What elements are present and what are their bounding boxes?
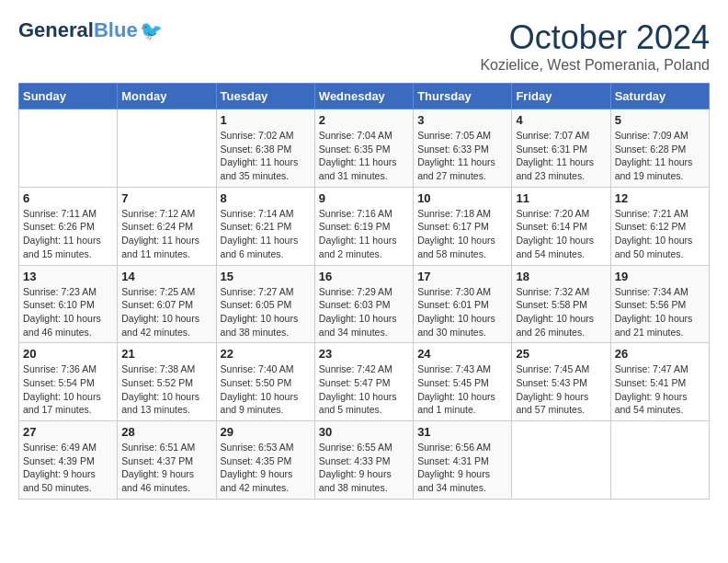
day-number: 6 bbox=[23, 191, 113, 205]
weekday-header-row: SundayMondayTuesdayWednesdayThursdayFrid… bbox=[19, 84, 710, 109]
calendar-week-row: 6Sunrise: 7:11 AMSunset: 6:26 PMDaylight… bbox=[19, 187, 710, 265]
calendar-week-row: 27Sunrise: 6:49 AMSunset: 4:39 PMDayligh… bbox=[19, 421, 710, 500]
day-number: 11 bbox=[516, 191, 606, 205]
day-detail: Sunrise: 7:14 AMSunset: 6:21 PMDaylight:… bbox=[221, 207, 311, 261]
calendar-cell: 4Sunrise: 7:07 AMSunset: 6:31 PMDaylight… bbox=[512, 109, 610, 188]
title-block: October 2024 Kozielice, West Pomerania, … bbox=[480, 18, 710, 74]
day-detail: Sunrise: 7:18 AMSunset: 6:17 PMDaylight:… bbox=[417, 207, 507, 261]
day-number: 21 bbox=[121, 347, 211, 361]
day-detail: Sunrise: 7:34 AMSunset: 5:56 PMDaylight:… bbox=[615, 285, 705, 339]
calendar-cell: 12Sunrise: 7:21 AMSunset: 6:12 PMDayligh… bbox=[610, 187, 709, 265]
day-detail: Sunrise: 7:30 AMSunset: 6:01 PMDaylight:… bbox=[417, 285, 507, 339]
calendar-cell: 18Sunrise: 7:32 AMSunset: 5:58 PMDayligh… bbox=[512, 265, 610, 343]
day-number: 15 bbox=[221, 270, 311, 283]
logo-bird-icon: 🐦 bbox=[140, 19, 163, 41]
day-detail: Sunrise: 7:07 AMSunset: 6:31 PMDaylight:… bbox=[516, 129, 606, 183]
day-number: 5 bbox=[615, 113, 705, 127]
logo: General Blue 🐦 bbox=[18, 18, 163, 42]
calendar-cell: 6Sunrise: 7:11 AMSunset: 6:26 PMDaylight… bbox=[19, 187, 118, 265]
day-number: 17 bbox=[417, 270, 507, 283]
day-number: 8 bbox=[221, 191, 311, 205]
day-detail: Sunrise: 7:45 AMSunset: 5:43 PMDaylight:… bbox=[516, 362, 606, 417]
day-number: 2 bbox=[319, 113, 409, 127]
calendar-cell: 11Sunrise: 7:20 AMSunset: 6:14 PMDayligh… bbox=[512, 187, 610, 265]
day-number: 26 bbox=[615, 347, 705, 361]
day-detail: Sunrise: 7:02 AMSunset: 6:38 PMDaylight:… bbox=[221, 129, 311, 183]
calendar-week-row: 13Sunrise: 7:23 AMSunset: 6:10 PMDayligh… bbox=[19, 265, 710, 343]
calendar-cell: 15Sunrise: 7:27 AMSunset: 6:05 PMDayligh… bbox=[216, 265, 314, 343]
day-number: 22 bbox=[221, 347, 311, 361]
calendar-cell bbox=[19, 109, 118, 188]
day-detail: Sunrise: 6:56 AMSunset: 4:31 PMDaylight:… bbox=[417, 441, 507, 495]
day-number: 12 bbox=[615, 191, 705, 205]
calendar-cell: 23Sunrise: 7:42 AMSunset: 5:47 PMDayligh… bbox=[314, 343, 413, 421]
day-number: 4 bbox=[516, 113, 606, 127]
day-detail: Sunrise: 7:23 AMSunset: 6:10 PMDaylight:… bbox=[23, 285, 113, 339]
day-detail: Sunrise: 7:09 AMSunset: 6:28 PMDaylight:… bbox=[615, 129, 705, 183]
calendar-cell: 5Sunrise: 7:09 AMSunset: 6:28 PMDaylight… bbox=[610, 109, 709, 188]
calendar-cell: 13Sunrise: 7:23 AMSunset: 6:10 PMDayligh… bbox=[19, 265, 118, 343]
day-detail: Sunrise: 7:16 AMSunset: 6:19 PMDaylight:… bbox=[319, 207, 409, 261]
day-detail: Sunrise: 7:43 AMSunset: 5:45 PMDaylight:… bbox=[417, 362, 507, 417]
day-number: 10 bbox=[417, 191, 507, 205]
calendar-cell: 22Sunrise: 7:40 AMSunset: 5:50 PMDayligh… bbox=[216, 343, 314, 421]
day-detail: Sunrise: 7:12 AMSunset: 6:24 PMDaylight:… bbox=[121, 207, 211, 261]
weekday-header: Friday bbox=[512, 84, 610, 109]
calendar-cell: 7Sunrise: 7:12 AMSunset: 6:24 PMDaylight… bbox=[118, 187, 216, 265]
day-detail: Sunrise: 7:42 AMSunset: 5:47 PMDaylight:… bbox=[319, 362, 409, 417]
calendar-cell: 17Sunrise: 7:30 AMSunset: 6:01 PMDayligh… bbox=[414, 265, 512, 343]
calendar-cell: 14Sunrise: 7:25 AMSunset: 6:07 PMDayligh… bbox=[118, 265, 216, 343]
day-number: 18 bbox=[516, 270, 606, 283]
calendar-week-row: 20Sunrise: 7:36 AMSunset: 5:54 PMDayligh… bbox=[19, 343, 710, 421]
calendar-cell bbox=[512, 421, 610, 500]
calendar-cell: 2Sunrise: 7:04 AMSunset: 6:35 PMDaylight… bbox=[314, 109, 413, 188]
calendar-cell: 27Sunrise: 6:49 AMSunset: 4:39 PMDayligh… bbox=[19, 421, 118, 500]
day-number: 20 bbox=[23, 347, 113, 361]
day-detail: Sunrise: 7:05 AMSunset: 6:33 PMDaylight:… bbox=[417, 129, 507, 183]
day-number: 19 bbox=[615, 270, 705, 283]
day-number: 30 bbox=[319, 425, 409, 439]
calendar-cell: 21Sunrise: 7:38 AMSunset: 5:52 PMDayligh… bbox=[118, 343, 216, 421]
day-number: 31 bbox=[417, 425, 507, 439]
calendar-week-row: 1Sunrise: 7:02 AMSunset: 6:38 PMDaylight… bbox=[19, 109, 710, 188]
day-number: 29 bbox=[221, 425, 311, 439]
calendar-cell: 29Sunrise: 6:53 AMSunset: 4:35 PMDayligh… bbox=[216, 421, 314, 500]
calendar-cell: 31Sunrise: 6:56 AMSunset: 4:31 PMDayligh… bbox=[414, 421, 512, 500]
page-header: General Blue 🐦 October 2024 Kozielice, W… bbox=[18, 18, 710, 74]
calendar-cell bbox=[610, 421, 709, 500]
calendar-cell: 1Sunrise: 7:02 AMSunset: 6:38 PMDaylight… bbox=[216, 109, 314, 188]
logo-blue: Blue bbox=[94, 18, 138, 42]
day-number: 3 bbox=[417, 113, 507, 127]
weekday-header: Sunday bbox=[19, 84, 118, 109]
weekday-header: Thursday bbox=[414, 84, 512, 109]
day-detail: Sunrise: 6:55 AMSunset: 4:33 PMDaylight:… bbox=[319, 441, 409, 495]
calendar-cell: 16Sunrise: 7:29 AMSunset: 6:03 PMDayligh… bbox=[314, 265, 413, 343]
day-number: 27 bbox=[23, 425, 113, 439]
day-number: 14 bbox=[121, 270, 211, 283]
calendar-cell bbox=[118, 109, 216, 188]
calendar-cell: 8Sunrise: 7:14 AMSunset: 6:21 PMDaylight… bbox=[216, 187, 314, 265]
calendar-cell: 28Sunrise: 6:51 AMSunset: 4:37 PMDayligh… bbox=[118, 421, 216, 500]
weekday-header: Tuesday bbox=[216, 84, 314, 109]
day-detail: Sunrise: 7:21 AMSunset: 6:12 PMDaylight:… bbox=[615, 207, 705, 261]
calendar-cell: 25Sunrise: 7:45 AMSunset: 5:43 PMDayligh… bbox=[512, 343, 610, 421]
month-title: October 2024 bbox=[480, 18, 710, 57]
calendar-cell: 9Sunrise: 7:16 AMSunset: 6:19 PMDaylight… bbox=[314, 187, 413, 265]
day-detail: Sunrise: 7:32 AMSunset: 5:58 PMDaylight:… bbox=[516, 285, 606, 339]
day-detail: Sunrise: 7:25 AMSunset: 6:07 PMDaylight:… bbox=[121, 285, 211, 339]
day-detail: Sunrise: 7:40 AMSunset: 5:50 PMDaylight:… bbox=[221, 362, 311, 417]
day-detail: Sunrise: 7:47 AMSunset: 5:41 PMDaylight:… bbox=[615, 362, 705, 417]
day-number: 28 bbox=[121, 425, 211, 439]
day-number: 1 bbox=[221, 113, 311, 127]
day-detail: Sunrise: 6:53 AMSunset: 4:35 PMDaylight:… bbox=[221, 441, 311, 495]
calendar-cell: 24Sunrise: 7:43 AMSunset: 5:45 PMDayligh… bbox=[414, 343, 512, 421]
weekday-header: Monday bbox=[118, 84, 216, 109]
day-number: 23 bbox=[319, 347, 409, 361]
day-number: 13 bbox=[23, 270, 113, 283]
day-number: 24 bbox=[417, 347, 507, 361]
day-detail: Sunrise: 7:27 AMSunset: 6:05 PMDaylight:… bbox=[221, 285, 311, 339]
weekday-header: Wednesday bbox=[314, 84, 413, 109]
calendar-cell: 3Sunrise: 7:05 AMSunset: 6:33 PMDaylight… bbox=[414, 109, 512, 188]
day-detail: Sunrise: 7:04 AMSunset: 6:35 PMDaylight:… bbox=[319, 129, 409, 183]
day-detail: Sunrise: 7:11 AMSunset: 6:26 PMDaylight:… bbox=[23, 207, 113, 261]
